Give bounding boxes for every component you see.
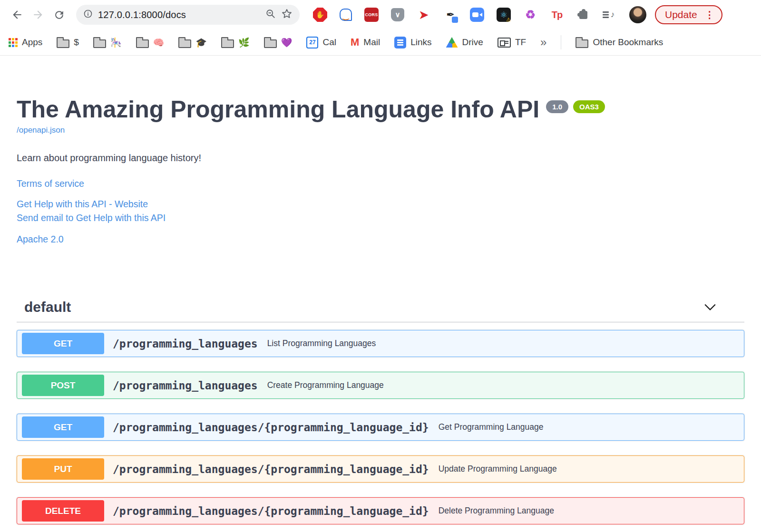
zoom-camera-icon[interactable] xyxy=(470,8,484,22)
menu-dots-icon[interactable]: ⋮ xyxy=(705,9,714,20)
bookmark-drive[interactable]: Drive xyxy=(446,37,483,48)
endpoint-path: /programming_languages/{programming_lang… xyxy=(113,505,429,517)
endpoint-summary: List Programming Languages xyxy=(267,339,376,348)
adblock-icon[interactable]: ✋ xyxy=(313,8,327,22)
method-badge: GET xyxy=(22,333,104,354)
bookmark-calendar[interactable]: 27 Cal xyxy=(306,37,336,48)
address-bar[interactable]: 127.0.0.1:8000/docs xyxy=(76,5,300,25)
bookmark-folder-heart[interactable]: 💜 xyxy=(264,37,293,48)
cors-icon[interactable]: CORS xyxy=(364,8,379,22)
bookmark-folder-dollar[interactable]: $ xyxy=(57,37,79,48)
zoom-out-icon[interactable] xyxy=(265,9,276,21)
endpoint-path: /programming_languages/{programming_lang… xyxy=(113,421,429,434)
tp-icon[interactable]: Tp xyxy=(550,8,564,22)
pocket-icon[interactable]: ∨ xyxy=(391,8,404,21)
endpoint-summary: Delete Programming Language xyxy=(439,506,554,516)
chevron-down-icon[interactable] xyxy=(704,304,737,311)
bookmark-folder-graduation[interactable]: 🎓 xyxy=(178,37,207,48)
drive-icon xyxy=(446,37,458,48)
site-info-icon[interactable] xyxy=(83,9,93,20)
playlist-icon[interactable]: ♪ xyxy=(603,8,617,22)
method-badge: POST xyxy=(22,375,104,396)
license-link[interactable]: Apache 2.0 xyxy=(17,234,64,244)
swagger-page: The Amazing Programming Language Info AP… xyxy=(0,97,761,524)
profile-avatar[interactable] xyxy=(629,6,646,23)
api-description: Learn about programming language history… xyxy=(17,153,744,164)
redux-icon[interactable]: ♻ xyxy=(523,8,537,22)
endpoint-list: GET/programming_languagesList Programmin… xyxy=(17,330,744,524)
other-bookmarks[interactable]: Other Bookmarks xyxy=(576,37,663,48)
section-title: default xyxy=(24,299,71,315)
bookmark-folder-carousel[interactable]: 🎠 xyxy=(93,37,122,48)
folder-icon xyxy=(221,39,234,48)
endpoint-row-put[interactable]: PUT/programming_languages/{programming_l… xyxy=(17,455,744,483)
section-divider xyxy=(17,322,744,322)
url-text: 127.0.0.1:8000/docs xyxy=(98,10,186,20)
bookmark-folder-brain[interactable]: 🧠 xyxy=(136,37,165,48)
endpoint-path: /programming_languages xyxy=(113,338,258,350)
openapi-json-link[interactable]: /openapi.json xyxy=(17,126,65,135)
endpoint-summary: Update Programming Language xyxy=(439,464,557,474)
endpoint-row-post[interactable]: POST/programming_languagesCreate Program… xyxy=(17,372,744,399)
endpoint-summary: Get Programming Language xyxy=(439,422,544,432)
red-arrow-icon[interactable]: ➤ xyxy=(417,8,431,22)
folder-icon xyxy=(93,39,106,48)
chat-smile-icon[interactable]: ‿ xyxy=(340,9,352,21)
folder-icon xyxy=(576,39,588,48)
help-email-link[interactable]: Send email to Get Help with this API xyxy=(17,211,744,225)
folder-icon xyxy=(136,39,149,48)
calendar-icon: 27 xyxy=(306,37,318,48)
endpoint-row-get[interactable]: GET/programming_languagesList Programmin… xyxy=(17,330,744,357)
update-button[interactable]: Update ⋮ xyxy=(655,5,722,24)
react-devtools-icon[interactable]: ⚛ xyxy=(497,8,511,22)
help-website-link[interactable]: Get Help with this API - Website xyxy=(17,197,744,211)
endpoint-row-delete[interactable]: DELETE/programming_languages/{programmin… xyxy=(17,497,744,524)
bookmarks-overflow-chevron[interactable]: » xyxy=(540,36,546,49)
page-title: The Amazing Programming Language Info AP… xyxy=(17,97,744,123)
bookmark-links[interactable]: Links xyxy=(394,37,431,48)
tf-card-icon xyxy=(498,38,511,48)
endpoint-path: /programming_languages/{programming_lang… xyxy=(113,463,429,475)
bookmarks-divider xyxy=(561,35,561,49)
back-icon[interactable] xyxy=(7,4,28,25)
oas3-badge: OAS3 xyxy=(573,100,605,113)
version-badge: 1.0 xyxy=(546,100,568,113)
browser-toolbar: 127.0.0.1:8000/docs ✋‿CORS∨➤✒⚛♻Tp♪ Updat… xyxy=(0,0,761,29)
gmail-icon: M xyxy=(351,36,359,48)
method-badge: DELETE xyxy=(22,500,104,522)
eyedropper-icon[interactable]: ✒ xyxy=(443,8,458,22)
bookmark-star-icon[interactable] xyxy=(281,8,293,21)
endpoint-path: /programming_languages xyxy=(113,379,258,392)
folder-icon xyxy=(178,39,191,48)
folder-icon xyxy=(57,39,69,48)
bookmark-apps[interactable]: Apps xyxy=(9,37,42,48)
links-icon xyxy=(394,37,406,48)
bookmark-mail[interactable]: M Mail xyxy=(351,36,380,48)
method-badge: PUT xyxy=(22,458,104,480)
endpoint-summary: Create Programming Language xyxy=(267,380,384,390)
default-section: default GET/programming_languagesList Pr… xyxy=(17,294,744,524)
section-header[interactable]: default xyxy=(17,294,744,322)
apps-grid-icon xyxy=(9,38,18,47)
extensions-row: ✋‿CORS∨➤✒⚛♻Tp♪ xyxy=(313,8,617,22)
forward-icon[interactable] xyxy=(28,4,49,25)
endpoint-row-get[interactable]: GET/programming_languages/{programming_l… xyxy=(17,414,744,441)
terms-of-service-link[interactable]: Terms of service xyxy=(17,178,84,189)
update-label: Update xyxy=(665,9,697,20)
bookmark-tf[interactable]: TF xyxy=(498,37,526,48)
folder-icon xyxy=(264,39,277,48)
method-badge: GET xyxy=(22,416,104,438)
reload-icon[interactable] xyxy=(49,4,69,25)
bookmarks-bar: Apps $ 🎠 🧠 🎓 🌿 💜 27 Cal M Mail Links Dri… xyxy=(0,29,761,56)
puzzle-icon[interactable] xyxy=(579,11,587,19)
bookmark-folder-herb[interactable]: 🌿 xyxy=(221,37,250,48)
